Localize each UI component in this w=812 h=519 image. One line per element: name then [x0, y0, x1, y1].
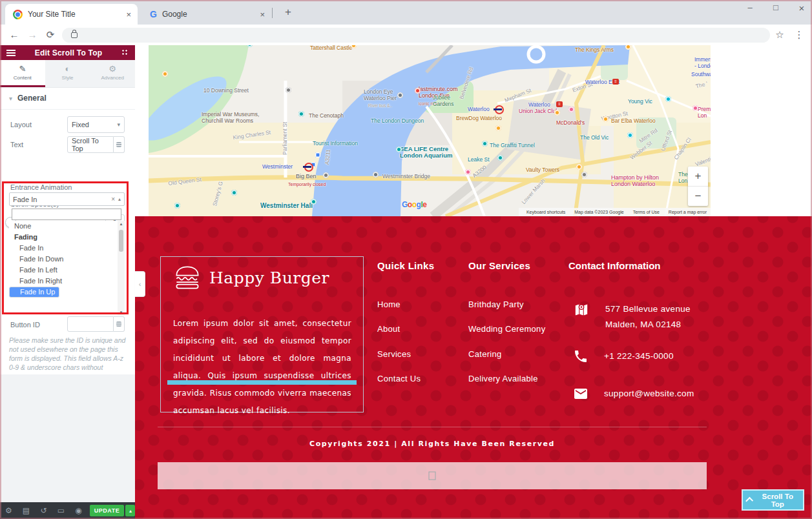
map-marker-pin[interactable]: ≡: [612, 79, 619, 85]
scroll-to-top-button[interactable]: Scroll To Top: [742, 489, 804, 511]
animation-option[interactable]: None: [9, 221, 125, 232]
browser-tab-site[interactable]: Your Site Title ×: [5, 4, 138, 25]
map-marker-pin[interactable]: [665, 96, 671, 102]
map-marker-pin[interactable]: [554, 110, 560, 116]
map-marker-pin[interactable]: [162, 71, 168, 77]
window-minimize-button[interactable]: –: [745, 3, 755, 14]
map-marker-pin[interactable]: [603, 116, 609, 122]
scroll-up-icon[interactable]: ▲: [118, 222, 125, 226]
map-marker-pin[interactable]: [495, 125, 501, 131]
browser-tab-google[interactable]: G Google ×: [143, 4, 271, 25]
animation-option[interactable]: Fade In Left: [9, 265, 125, 276]
report-map-error-link[interactable]: Report a map error: [669, 210, 707, 214]
map-marker-pin[interactable]: [231, 190, 237, 196]
scrollbar-thumb[interactable]: [119, 230, 123, 252]
list-scrollbar[interactable]: ▲ ▼: [118, 221, 125, 316]
footer-link[interactable]: Wedding Ceremony: [468, 324, 545, 334]
navigator-layers-icon[interactable]: ▤: [17, 506, 35, 515]
window-close-button[interactable]: ×: [796, 3, 807, 14]
map-marker-pin[interactable]: [568, 107, 574, 112]
browser-menu-icon[interactable]: ⋮: [791, 25, 807, 45]
map-marker-pin[interactable]: [465, 169, 471, 175]
animation-option[interactable]: Fade In Down: [9, 254, 125, 265]
animation-option[interactable]: Fade In: [9, 243, 125, 254]
map-marker-pin[interactable]: ≡: [556, 101, 563, 107]
text-input[interactable]: Scroll To Top: [67, 136, 114, 153]
button-id-input[interactable]: [67, 316, 114, 332]
text-label: Text: [10, 141, 23, 148]
contact-email-row: support@website.com: [573, 386, 694, 402]
preview-eye-icon[interactable]: ◉: [70, 506, 87, 515]
tab-content[interactable]: ✎ Content: [0, 60, 45, 87]
brand-box: Happy Burger Lorem ipsum dolor sit amet,…: [160, 256, 364, 412]
new-tab-button[interactable]: +: [280, 5, 296, 21]
column-title: Quick Links: [377, 260, 434, 271]
entrance-animation-select[interactable]: Fade In × ▴: [9, 192, 125, 206]
tab-style[interactable]: ◐ Style: [45, 60, 90, 87]
update-options-caret[interactable]: ▴: [125, 505, 135, 516]
contact-phone[interactable]: +1 222-345-0000: [604, 349, 674, 364]
map-marker-pin[interactable]: [373, 172, 379, 178]
section-general[interactable]: ▾ General: [0, 87, 135, 110]
chevron-left-icon: ‹: [139, 280, 141, 288]
panel-collapse-handle[interactable]: ‹: [135, 271, 145, 297]
map-marker-pin[interactable]: [315, 152, 320, 158]
tab-close-icon[interactable]: ×: [260, 10, 265, 19]
clear-selection-icon[interactable]: ×: [111, 196, 115, 203]
contact-email[interactable]: support@website.com: [604, 386, 694, 402]
map-marker-pin[interactable]: [482, 141, 488, 147]
map-marker-pin[interactable]: [692, 105, 698, 111]
footer-link[interactable]: Delivery Available: [468, 374, 538, 383]
map-marker-pin[interactable]: [323, 172, 329, 178]
address-bar[interactable]: [62, 28, 770, 43]
map-marker-pin[interactable]: [415, 88, 421, 94]
footer-link[interactable]: Brithday Party: [468, 300, 524, 309]
footer-link[interactable]: Contact Us: [377, 374, 421, 383]
back-button[interactable]: ←: [6, 25, 22, 45]
tab-label: Style: [62, 75, 74, 81]
map-marker-pin[interactable]: [397, 92, 403, 98]
footer-link[interactable]: Home: [377, 300, 401, 309]
map-marker-pin[interactable]: [581, 172, 587, 178]
responsive-mode-icon[interactable]: ▭: [52, 506, 70, 515]
map-marker-pin[interactable]: [304, 163, 313, 172]
animation-option[interactable]: Fading: [9, 232, 125, 243]
map-marker-pin[interactable]: [495, 105, 504, 114]
map-marker-pin[interactable]: [627, 132, 633, 138]
tab-close-icon[interactable]: ×: [126, 10, 131, 19]
zoom-out-button[interactable]: −: [688, 187, 708, 206]
keyboard-shortcuts-link[interactable]: Keyboard shortcuts: [526, 210, 565, 214]
footer-link[interactable]: About: [377, 324, 400, 334]
update-button[interactable]: UPDATE: [90, 505, 124, 516]
zoom-in-button[interactable]: +: [688, 167, 708, 187]
scroll-down-icon[interactable]: ▼: [118, 310, 125, 314]
terms-of-use-link[interactable]: Terms of Use: [633, 210, 660, 214]
reload-button[interactable]: ⟳: [43, 25, 58, 45]
settings-gear-icon[interactable]: ⚙: [0, 506, 17, 515]
forward-button[interactable]: →: [25, 25, 40, 45]
database-icon: [116, 321, 121, 327]
window-maximize-button[interactable]: □: [771, 3, 781, 14]
map-marker-pin[interactable]: [311, 199, 317, 205]
footer-link[interactable]: Services: [377, 349, 411, 359]
animation-option[interactable]: Fade In Right: [9, 276, 125, 287]
history-icon[interactable]: ↺: [35, 506, 52, 515]
widgets-grid-icon[interactable]: [121, 49, 129, 56]
map-marker-pin[interactable]: [576, 164, 582, 170]
map-marker-pin[interactable]: [497, 155, 503, 161]
tab-advanced[interactable]: ⚙ Advanced: [90, 60, 135, 87]
map-marker-pin[interactable]: [396, 147, 402, 152]
map-data-attribution: Map data ©2023 Google: [574, 210, 623, 214]
google-map[interactable]: Tattershall Castle10 Downing StreetImper…: [149, 45, 711, 216]
dynamic-tags-button[interactable]: [114, 136, 125, 153]
dynamic-tags-button[interactable]: [114, 316, 125, 332]
animation-search-input[interactable]: [12, 209, 121, 220]
animation-option[interactable]: Fade In Up: [9, 287, 59, 298]
footer-link[interactable]: Catering: [468, 349, 502, 359]
layout-select[interactable]: Fixed ▾: [67, 116, 125, 133]
bookmark-star-icon[interactable]: ☆: [772, 25, 787, 45]
hamburger-menu-icon[interactable]: [6, 50, 16, 56]
map-marker-pin[interactable]: [286, 87, 291, 93]
map-marker-pin[interactable]: [298, 111, 304, 117]
map-marker-pin[interactable]: [174, 203, 180, 209]
